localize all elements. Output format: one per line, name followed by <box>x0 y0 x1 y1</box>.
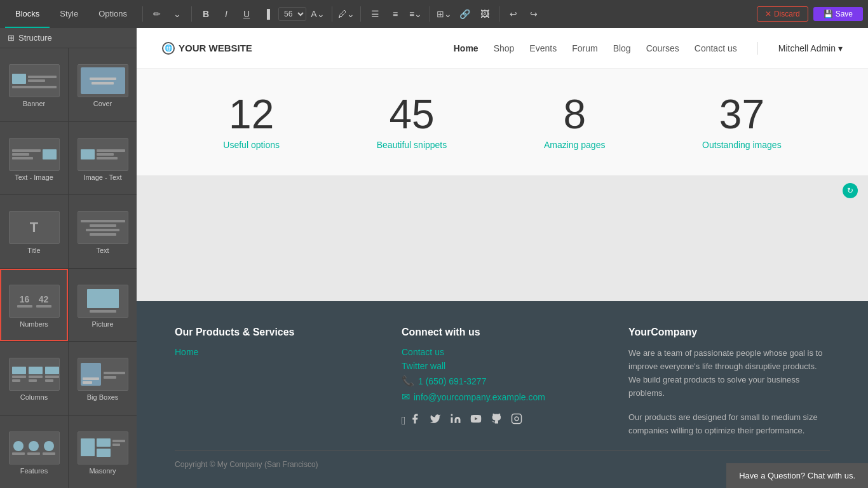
cover-label: Cover <box>93 100 112 107</box>
stats-section: 12 Useful options 45 Beautiful snippets … <box>137 69 868 175</box>
align-btn[interactable]: ≡⌄ <box>407 5 424 23</box>
nav-forum[interactable]: Forum <box>572 43 597 53</box>
footer-link-twitter-wall[interactable]: Twitter wall <box>402 361 603 371</box>
picture-thumb <box>78 285 128 318</box>
text-image-thumb <box>9 138 60 171</box>
site-nav: 🌐 YOUR WEBSITE Home Shop Events Forum Bl… <box>137 28 868 69</box>
discard-x-icon: ✕ <box>765 10 771 18</box>
sidebar-item-text[interactable]: Text <box>69 195 137 268</box>
linkedin-icon[interactable] <box>450 413 461 428</box>
nav-events[interactable]: Events <box>529 43 557 53</box>
site-footer: Our Products & Services Home Connect wit… <box>137 301 868 488</box>
sidebar-title: Structure <box>18 33 52 43</box>
pen-tool-btn[interactable]: ✏ <box>148 5 166 23</box>
discard-button[interactable]: ✕ Discard <box>757 6 808 22</box>
nav-courses[interactable]: Courses <box>646 43 679 53</box>
save-button[interactable]: 💾 Save <box>813 7 863 21</box>
font-size-select[interactable]: 56 <box>278 7 306 21</box>
sidebar-item-title[interactable]: T Title <box>0 195 68 268</box>
undo-btn[interactable]: ↩ <box>505 5 522 23</box>
chat-widget[interactable]: Have a Question? Chat with us. <box>726 463 868 488</box>
discard-label: Discard <box>774 10 800 18</box>
masonry-thumb <box>78 431 128 464</box>
bold-btn[interactable]: B <box>197 5 215 23</box>
github-icon[interactable] <box>491 413 502 428</box>
tab-style[interactable]: Style <box>50 0 88 28</box>
middle-area: ↻ <box>137 175 868 301</box>
sidebar-item-big-boxes[interactable]: Big Boxes <box>69 342 137 415</box>
footer-grid: Our Products & Services Home Connect wit… <box>175 327 830 438</box>
color-btn[interactable]: 🖊⌄ <box>337 5 355 23</box>
nav-home[interactable]: Home <box>454 43 478 53</box>
sidebar-item-columns[interactable]: Columns <box>0 342 68 415</box>
twitter-icon[interactable] <box>430 413 441 428</box>
stat-outstanding-images: 37 Outstanding images <box>702 94 782 150</box>
tab-options[interactable]: Options <box>88 0 137 28</box>
title-label: Title <box>27 247 40 254</box>
footer-phone-row: 📞 1 (650) 691-3277 <box>402 375 603 387</box>
text-image-label: Text - Image <box>15 173 53 181</box>
footer-col2-title: Connect with us <box>402 327 603 338</box>
tab-blocks[interactable]: Blocks <box>5 0 50 28</box>
table-btn[interactable]: ⊞⌄ <box>435 5 453 23</box>
footer-email-row: ✉ info@yourcompany.example.com <box>402 391 603 403</box>
site-logo: 🌐 YOUR WEBSITE <box>162 42 454 55</box>
sidebar-item-text-image[interactable]: Text - Image <box>0 122 68 195</box>
footer-col3-text1: We are a team of passionate people whose… <box>628 347 830 400</box>
footer-email[interactable]: info@yourcompany.example.com <box>414 392 545 402</box>
underline-btn[interactable]: U <box>238 5 255 23</box>
email-icon: ✉ <box>402 391 410 403</box>
nav-contact[interactable]: Contact us <box>695 43 737 53</box>
expand-btn[interactable]: ⌄ <box>168 5 186 23</box>
divider-3 <box>332 6 332 22</box>
footer-col3: YourCompany We are a team of passionate … <box>628 327 830 438</box>
sidebar-item-banner[interactable]: Banner <box>0 48 68 121</box>
banner-label: Banner <box>23 100 45 107</box>
nav-username: Mitchell Admin <box>778 43 836 53</box>
list-btn[interactable]: ☰ <box>366 5 384 23</box>
italic-btn[interactable]: I <box>217 5 235 23</box>
footer-col1-title: Our Products & Services <box>175 327 376 338</box>
sidebar-item-image-text[interactable]: Image - Text <box>69 122 137 195</box>
sidebar-item-cover[interactable]: Cover <box>69 48 137 121</box>
toolbar-tabs: Blocks Style Options <box>5 0 137 28</box>
highlight-btn[interactable]: ▐ <box>258 5 276 23</box>
sidebar-item-masonry[interactable]: Masonry <box>69 416 137 489</box>
ordered-list-btn[interactable]: ≡ <box>386 5 404 23</box>
nav-links: Home Shop Events Forum Blog Courses Cont… <box>454 42 843 55</box>
refresh-icon[interactable]: ↻ <box>843 183 858 198</box>
sidebar-grid: Banner Cover <box>0 48 137 488</box>
youtube-icon[interactable] <box>470 413 482 428</box>
footer-link-home[interactable]: Home <box>175 347 376 357</box>
image-btn[interactable]: 🖼 <box>476 5 494 23</box>
cover-thumb <box>78 64 128 97</box>
masonry-label: Masonry <box>89 467 116 475</box>
redo-btn[interactable]: ↪ <box>525 5 543 23</box>
sidebar-item-picture[interactable]: Picture <box>69 269 137 342</box>
big-boxes-thumb <box>78 358 128 391</box>
nav-shop[interactable]: Shop <box>494 43 515 53</box>
phone-icon: 📞 <box>402 375 414 387</box>
divider-1 <box>142 6 143 22</box>
text-thumb <box>78 211 128 244</box>
instagram-icon[interactable] <box>511 413 522 428</box>
image-text-label: Image - Text <box>83 173 121 181</box>
stat-number-2: 45 <box>377 94 447 135</box>
sidebar-item-features[interactable]: Features <box>0 416 68 489</box>
facebook-icon[interactable]:  <box>402 413 421 428</box>
nav-blog[interactable]: Blog <box>613 43 631 53</box>
nav-user[interactable]: Mitchell Admin ▾ <box>778 43 843 53</box>
link-btn[interactable]: 🔗 <box>456 5 473 23</box>
user-dropdown-icon: ▾ <box>838 43 843 53</box>
numbers-thumb: 16 42 <box>9 285 60 318</box>
footer-col2: Connect with us Contact us Twitter wall … <box>402 327 603 438</box>
sidebar-item-numbers[interactable]: 16 42 Numbers <box>0 269 68 342</box>
stat-beautiful-snippets: 45 Beautiful snippets <box>377 94 447 150</box>
chat-widget-text: Have a Question? Chat with us. <box>739 471 855 480</box>
logo-text: YOUR WEBSITE <box>179 43 252 53</box>
footer-link-contact[interactable]: Contact us <box>402 347 603 357</box>
footer-phone[interactable]: 1 (650) 691-3277 <box>418 376 486 386</box>
features-label: Features <box>20 467 48 475</box>
big-boxes-label: Big Boxes <box>87 393 119 401</box>
font-btn[interactable]: A⌄ <box>309 5 327 23</box>
